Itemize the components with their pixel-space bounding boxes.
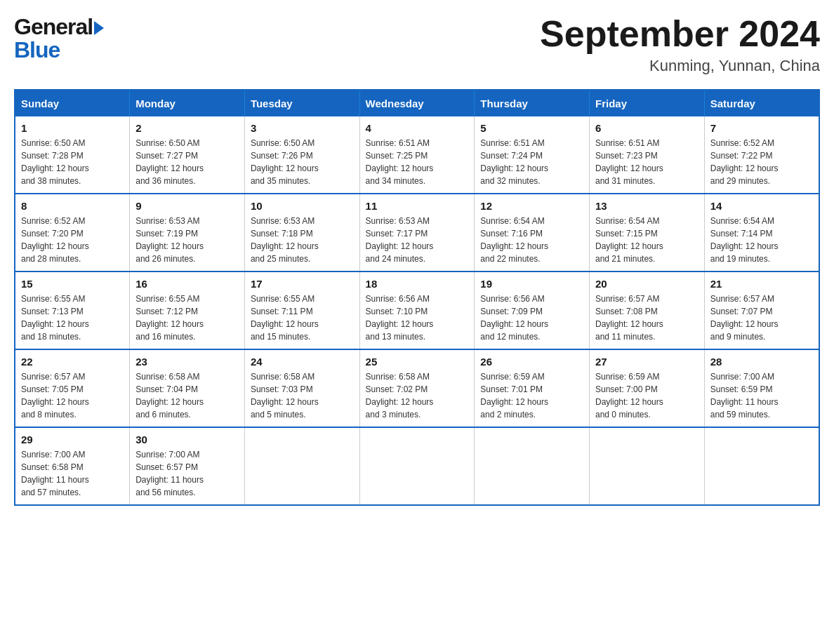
day-info: Sunrise: 6:58 AMSunset: 7:03 PMDaylight:… — [251, 372, 319, 420]
calendar-cell — [244, 427, 359, 505]
day-info: Sunrise: 6:56 AMSunset: 7:10 PMDaylight:… — [366, 294, 434, 342]
day-number: 5 — [480, 122, 583, 134]
calendar-cell: 26 Sunrise: 6:59 AMSunset: 7:01 PMDaylig… — [475, 349, 590, 427]
calendar-header: SundayMondayTuesdayWednesdayThursdayFrid… — [15, 90, 819, 116]
weekday-header: Tuesday — [244, 90, 359, 116]
calendar-week-row: 29 Sunrise: 7:00 AMSunset: 6:58 PMDaylig… — [15, 427, 819, 505]
day-number: 9 — [135, 200, 239, 212]
calendar-cell: 20 Sunrise: 6:57 AMSunset: 7:08 PMDaylig… — [590, 271, 705, 349]
day-info: Sunrise: 6:51 AMSunset: 7:25 PMDaylight:… — [366, 138, 434, 186]
day-info: Sunrise: 6:59 AMSunset: 7:00 PMDaylight:… — [595, 372, 663, 420]
calendar-subtitle: Kunming, Yunnan, China — [540, 57, 820, 75]
calendar-cell: 3 Sunrise: 6:50 AMSunset: 7:26 PMDayligh… — [244, 116, 359, 194]
day-number: 18 — [366, 278, 469, 290]
calendar-cell: 6 Sunrise: 6:51 AMSunset: 7:23 PMDayligh… — [590, 116, 705, 194]
day-info: Sunrise: 6:58 AMSunset: 7:02 PMDaylight:… — [366, 372, 434, 420]
calendar-table: SundayMondayTuesdayWednesdayThursdayFrid… — [14, 89, 820, 506]
day-number: 21 — [710, 278, 813, 290]
logo-general-text: General — [14, 14, 93, 40]
calendar-cell: 23 Sunrise: 6:58 AMSunset: 7:04 PMDaylig… — [130, 349, 245, 427]
day-number: 4 — [366, 122, 469, 134]
day-number: 17 — [251, 278, 354, 290]
day-info: Sunrise: 6:52 AMSunset: 7:20 PMDaylight:… — [21, 216, 89, 264]
day-info: Sunrise: 7:00 AMSunset: 6:59 PMDaylight:… — [710, 372, 779, 420]
day-number: 23 — [135, 356, 239, 368]
day-info: Sunrise: 6:55 AMSunset: 7:13 PMDaylight:… — [21, 294, 89, 342]
day-info: Sunrise: 6:53 AMSunset: 7:19 PMDaylight:… — [135, 216, 204, 264]
day-info: Sunrise: 6:53 AMSunset: 7:18 PMDaylight:… — [251, 216, 319, 264]
day-info: Sunrise: 7:00 AMSunset: 6:58 PMDaylight:… — [21, 450, 89, 497]
day-info: Sunrise: 6:54 AMSunset: 7:14 PMDaylight:… — [710, 216, 779, 264]
calendar-cell: 8 Sunrise: 6:52 AMSunset: 7:20 PMDayligh… — [15, 194, 130, 271]
calendar-cell: 25 Sunrise: 6:58 AMSunset: 7:02 PMDaylig… — [359, 349, 475, 427]
calendar-cell: 14 Sunrise: 6:54 AMSunset: 7:14 PMDaylig… — [704, 194, 819, 271]
day-number: 11 — [366, 200, 469, 212]
calendar-cell: 5 Sunrise: 6:51 AMSunset: 7:24 PMDayligh… — [475, 116, 590, 194]
title-section: September 2024 Kunming, Yunnan, China — [540, 14, 820, 75]
day-info: Sunrise: 6:59 AMSunset: 7:01 PMDaylight:… — [480, 372, 548, 420]
day-number: 1 — [21, 122, 124, 134]
weekday-header: Thursday — [475, 90, 590, 116]
calendar-cell: 9 Sunrise: 6:53 AMSunset: 7:19 PMDayligh… — [130, 194, 245, 271]
calendar-cell — [359, 427, 475, 505]
weekday-header: Wednesday — [359, 90, 475, 116]
day-number: 24 — [251, 356, 354, 368]
day-info: Sunrise: 6:57 AMSunset: 7:05 PMDaylight:… — [21, 372, 89, 420]
calendar-cell: 1 Sunrise: 6:50 AMSunset: 7:28 PMDayligh… — [15, 116, 130, 194]
calendar-cell — [704, 427, 819, 505]
day-info: Sunrise: 6:51 AMSunset: 7:24 PMDaylight:… — [480, 138, 548, 186]
day-number: 16 — [135, 278, 239, 290]
logo-blue-text: Blue — [14, 37, 104, 63]
calendar-cell: 19 Sunrise: 6:56 AMSunset: 7:09 PMDaylig… — [475, 271, 590, 349]
calendar-cell: 7 Sunrise: 6:52 AMSunset: 7:22 PMDayligh… — [704, 116, 819, 194]
day-number: 12 — [480, 200, 583, 212]
calendar-cell: 29 Sunrise: 7:00 AMSunset: 6:58 PMDaylig… — [15, 427, 130, 505]
day-number: 30 — [135, 434, 239, 445]
calendar-title: September 2024 — [540, 14, 820, 54]
calendar-cell: 30 Sunrise: 7:00 AMSunset: 6:57 PMDaylig… — [130, 427, 245, 505]
calendar-cell: 21 Sunrise: 6:57 AMSunset: 7:07 PMDaylig… — [704, 271, 819, 349]
day-info: Sunrise: 6:55 AMSunset: 7:12 PMDaylight:… — [135, 294, 204, 342]
day-info: Sunrise: 6:57 AMSunset: 7:08 PMDaylight:… — [595, 294, 663, 342]
day-number: 7 — [710, 122, 813, 134]
calendar-cell: 18 Sunrise: 6:56 AMSunset: 7:10 PMDaylig… — [359, 271, 475, 349]
calendar-week-row: 1 Sunrise: 6:50 AMSunset: 7:28 PMDayligh… — [15, 116, 819, 194]
day-info: Sunrise: 6:58 AMSunset: 7:04 PMDaylight:… — [135, 372, 204, 420]
logo: General Blue — [14, 14, 104, 63]
day-info: Sunrise: 6:50 AMSunset: 7:28 PMDaylight:… — [21, 138, 89, 186]
day-number: 14 — [710, 200, 813, 212]
day-info: Sunrise: 6:51 AMSunset: 7:23 PMDaylight:… — [595, 138, 663, 186]
calendar-cell — [590, 427, 705, 505]
day-number: 22 — [21, 356, 124, 368]
day-number: 28 — [710, 356, 813, 368]
calendar-week-row: 22 Sunrise: 6:57 AMSunset: 7:05 PMDaylig… — [15, 349, 819, 427]
day-info: Sunrise: 6:53 AMSunset: 7:17 PMDaylight:… — [366, 216, 434, 264]
weekday-header: Saturday — [704, 90, 819, 116]
calendar-cell: 17 Sunrise: 6:55 AMSunset: 7:11 PMDaylig… — [244, 271, 359, 349]
day-info: Sunrise: 6:55 AMSunset: 7:11 PMDaylight:… — [251, 294, 319, 342]
calendar-cell: 12 Sunrise: 6:54 AMSunset: 7:16 PMDaylig… — [475, 194, 590, 271]
weekday-header: Monday — [130, 90, 245, 116]
calendar-cell: 16 Sunrise: 6:55 AMSunset: 7:12 PMDaylig… — [130, 271, 245, 349]
calendar-cell: 27 Sunrise: 6:59 AMSunset: 7:00 PMDaylig… — [590, 349, 705, 427]
day-number: 8 — [21, 200, 124, 212]
day-number: 6 — [595, 122, 699, 134]
day-number: 10 — [251, 200, 354, 212]
calendar-week-row: 15 Sunrise: 6:55 AMSunset: 7:13 PMDaylig… — [15, 271, 819, 349]
calendar-cell: 22 Sunrise: 6:57 AMSunset: 7:05 PMDaylig… — [15, 349, 130, 427]
day-number: 13 — [595, 200, 699, 212]
calendar-cell: 4 Sunrise: 6:51 AMSunset: 7:25 PMDayligh… — [359, 116, 475, 194]
calendar-week-row: 8 Sunrise: 6:52 AMSunset: 7:20 PMDayligh… — [15, 194, 819, 271]
day-info: Sunrise: 7:00 AMSunset: 6:57 PMDaylight:… — [135, 450, 204, 497]
day-number: 20 — [595, 278, 699, 290]
calendar-cell — [475, 427, 590, 505]
day-number: 19 — [480, 278, 583, 290]
day-info: Sunrise: 6:57 AMSunset: 7:07 PMDaylight:… — [710, 294, 779, 342]
day-info: Sunrise: 6:54 AMSunset: 7:15 PMDaylight:… — [595, 216, 663, 264]
day-number: 15 — [21, 278, 124, 290]
calendar-cell: 10 Sunrise: 6:53 AMSunset: 7:18 PMDaylig… — [244, 194, 359, 271]
day-info: Sunrise: 6:54 AMSunset: 7:16 PMDaylight:… — [480, 216, 548, 264]
day-info: Sunrise: 6:50 AMSunset: 7:27 PMDaylight:… — [135, 138, 204, 186]
calendar-cell: 13 Sunrise: 6:54 AMSunset: 7:15 PMDaylig… — [590, 194, 705, 271]
weekday-header: Friday — [590, 90, 705, 116]
